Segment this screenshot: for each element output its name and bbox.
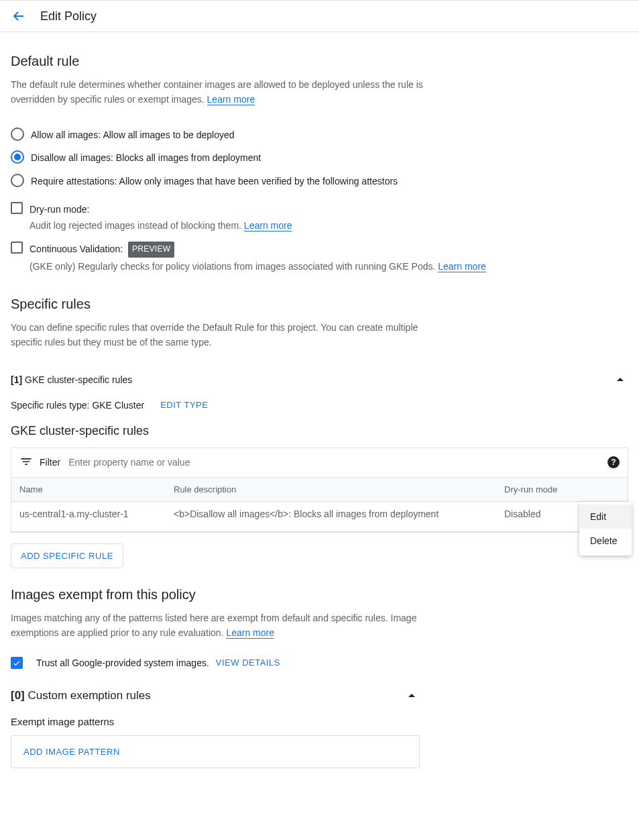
filter-input[interactable] xyxy=(67,456,601,468)
rule-desc-cell: <b>Disallow all images</b>: Blocks all i… xyxy=(166,502,496,531)
option-allow-label: Allow all images xyxy=(31,129,98,140)
back-arrow-icon[interactable] xyxy=(11,8,27,24)
add-image-pattern-button[interactable]: ADD IMAGE PATTERN xyxy=(11,736,419,768)
trust-google-label: Trust all Google-provided system images. xyxy=(36,658,209,668)
exempt-desc: Images matching any of the patterns list… xyxy=(11,611,433,641)
exempt-heading: Images exempt from this policy xyxy=(11,587,628,602)
dryrun-label: Dry-run mode: xyxy=(30,204,89,215)
dryrun-desc: Audit log rejected images instead of blo… xyxy=(30,218,292,233)
exempt-patterns-box: ADD IMAGE PATTERN xyxy=(11,735,420,768)
default-rule-heading: Default rule xyxy=(11,54,628,69)
option-disallow-text: Disallow all images: Blocks all images f… xyxy=(31,150,261,165)
page-title: Edit Policy xyxy=(40,9,97,23)
rules-type-value: GKE Cluster xyxy=(92,400,144,411)
row-actions-menu: Edit Delete xyxy=(579,502,632,556)
menu-edit[interactable]: Edit xyxy=(579,505,632,529)
option-disallow-desc: : Blocks all images from deployment xyxy=(111,152,261,163)
option-allow-text: Allow all images: Allow all images to be… xyxy=(31,127,235,142)
cv-checkbox[interactable] xyxy=(11,242,23,254)
default-rule-desc: The default rule determines whether cont… xyxy=(11,77,426,107)
preview-badge: PREVIEW xyxy=(128,242,174,257)
rules-table: Filter ? Name Rule description Dry-run m… xyxy=(11,448,628,533)
add-specific-rule-button[interactable]: ADD SPECIFIC RULE xyxy=(11,543,123,568)
rules-type-label: Specific rules type: xyxy=(11,400,92,411)
specific-rules-expander-label: GKE cluster-specific rules xyxy=(22,374,132,385)
dryrun-learn-more-link[interactable]: Learn more xyxy=(244,220,292,231)
trust-google-checkbox[interactable] xyxy=(11,657,23,669)
col-name-header: Name xyxy=(11,478,166,501)
filter-row: Filter ? xyxy=(11,448,628,478)
dryrun-checkbox[interactable] xyxy=(11,202,23,214)
custom-exemption-label: Custom exemption rules xyxy=(25,689,151,702)
col-dryrun-header: Dry-run mode xyxy=(496,478,590,501)
specific-rules-expander[interactable]: [1] GKE cluster-specific rules xyxy=(11,366,628,393)
option-attest-label: Require attestations xyxy=(31,176,115,187)
cv-desc-text: (GKE only) Regularly checks for policy v… xyxy=(30,261,438,272)
cv-desc: (GKE only) Regularly checks for policy v… xyxy=(30,259,486,274)
cv-label: Continuous Validation: xyxy=(30,244,123,254)
specific-rules-desc: You can define specific rules that overr… xyxy=(11,320,433,350)
option-allow-desc: : Allow all images to be deployed xyxy=(98,129,234,140)
custom-exemption-count: [0] xyxy=(11,689,25,702)
exempt-patterns-label: Exempt image patterns xyxy=(11,716,628,727)
radio-icon[interactable] xyxy=(11,127,24,141)
topbar: Edit Policy xyxy=(0,0,639,32)
help-icon[interactable]: ? xyxy=(607,456,620,468)
chevron-up-icon[interactable] xyxy=(612,372,628,388)
option-disallow-label: Disallow all images xyxy=(31,152,111,163)
option-allow[interactable]: Allow all images: Allow all images to be… xyxy=(11,123,547,146)
radio-icon[interactable] xyxy=(11,174,24,187)
default-rule-options: Allow all images: Allow all images to be… xyxy=(11,123,547,193)
filter-icon[interactable] xyxy=(19,455,33,470)
specific-rules-count: [1] xyxy=(11,374,22,385)
radio-icon[interactable] xyxy=(11,150,24,164)
option-disallow[interactable]: Disallow all images: Blocks all images f… xyxy=(11,146,547,169)
rule-name-cell: us-central1-a.my-cluster-1 xyxy=(11,502,166,531)
table-header: Name Rule description Dry-run mode xyxy=(11,478,628,502)
rule-dryrun-cell: Disabled xyxy=(496,502,590,531)
cv-row: Continuous Validation: PREVIEW (GKE only… xyxy=(11,238,628,278)
option-attest[interactable]: Require attestations: Allow only images … xyxy=(11,170,547,193)
dryrun-desc-text: Audit log rejected images instead of blo… xyxy=(30,220,244,231)
col-desc-header: Rule description xyxy=(166,478,496,501)
dryrun-row: Dry-run mode: Audit log rejected images … xyxy=(11,198,628,238)
custom-exemption-expander[interactable]: [0] Custom exemption rules xyxy=(11,682,420,709)
option-attest-desc: : Allow only images that have been verif… xyxy=(115,176,398,187)
menu-delete[interactable]: Delete xyxy=(579,529,632,553)
trust-google-row: Trust all Google-provided system images.… xyxy=(11,657,628,669)
filter-label: Filter xyxy=(40,457,60,468)
custom-exemption-title: [0] Custom exemption rules xyxy=(11,689,151,702)
cv-learn-more-link[interactable]: Learn more xyxy=(438,261,486,272)
specific-rules-heading: Specific rules xyxy=(11,297,628,312)
option-attest-text: Require attestations: Allow only images … xyxy=(31,174,398,189)
table-row: us-central1-a.my-cluster-1 <b>Disallow a… xyxy=(11,502,628,532)
exempt-learn-more-link[interactable]: Learn more xyxy=(226,627,274,639)
view-details-button[interactable]: VIEW DETAILS xyxy=(216,658,280,668)
specific-rules-expander-title: [1] GKE cluster-specific rules xyxy=(11,374,132,385)
default-rule-learn-more-link[interactable]: Learn more xyxy=(207,94,255,105)
chevron-up-icon[interactable] xyxy=(404,688,420,704)
gke-rules-subheader: GKE cluster-specific rules xyxy=(11,424,628,438)
exempt-desc-text: Images matching any of the patterns list… xyxy=(11,613,416,638)
rules-type-row: Specific rules type: GKE Cluster EDIT TY… xyxy=(11,393,628,421)
edit-type-button[interactable]: EDIT TYPE xyxy=(160,400,208,410)
